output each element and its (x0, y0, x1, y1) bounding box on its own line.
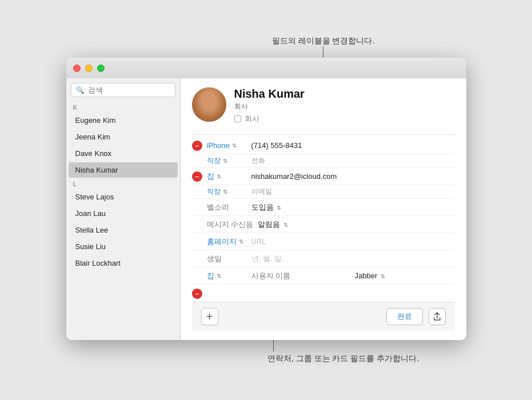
ringtone-label: 벨소리 (207, 202, 247, 213)
im-value[interactable]: Jabber ⇅ (355, 271, 455, 280)
remove-phone-button[interactable]: − (192, 141, 202, 151)
remove-email-button[interactable]: − (192, 171, 202, 182)
message-tone-value[interactable]: 알림음 ⇅ (258, 219, 454, 230)
avatar-face (192, 87, 226, 122)
contact-name: Nisha Kumar (234, 87, 305, 101)
email-stepper-icon: ⇅ (217, 173, 221, 179)
phone-field-row: − iPhone ⇅ (714) 555-8431 (192, 137, 455, 154)
phone-sub-label[interactable]: 직장 ⇅ (207, 156, 247, 166)
bottom-annotation-wrap: 연락처, 그룹 또는 카드 필드를 추가합니다. (113, 340, 419, 364)
contact-name-section: Nisha Kumar 회사 회사 (234, 87, 305, 124)
email-sub-placeholder: 이메일 (251, 187, 272, 197)
bottom-bar: + 완료 (192, 302, 455, 331)
contact-item[interactable]: Stella Lee (69, 222, 178, 238)
email-sub-stepper: ⇅ (223, 189, 227, 195)
share-icon (433, 312, 442, 321)
share-button[interactable] (429, 308, 446, 325)
bottom-annotation-text: 연락처, 그룹 또는 카드 필드를 추가합니다. (267, 354, 419, 364)
close-button[interactable] (73, 65, 81, 72)
company-field-text: 회사 (245, 114, 259, 124)
search-input[interactable] (88, 86, 170, 94)
im-stepper: ⇅ (217, 273, 221, 279)
im-field-row: 집 ⇅ 사용자 이름 Jabber ⇅ (192, 267, 455, 285)
top-annotation-text: 필드의 레이블을 변경합니다. (272, 36, 375, 46)
contact-item[interactable]: Joan Lau (69, 206, 178, 221)
phone-stepper-icon: ⇅ (232, 142, 237, 149)
contact-item[interactable]: Steve Lajos (69, 189, 178, 205)
email-value: nishakumar2@icloud.com (251, 172, 455, 181)
app-window: 🔍 K Eugene Kim Jeena Kim Dave Knox Nisha… (66, 58, 466, 340)
im-sublabel: 사용자 이름 (251, 271, 351, 281)
phone-sub-row: 직장 ⇅ 전화 (192, 154, 455, 168)
phone-value: (714) 555-8431 (251, 141, 455, 150)
birthday-label: 생일 (207, 254, 247, 264)
phone-label[interactable]: iPhone ⇅ (207, 141, 247, 150)
contact-item[interactable]: Susie Liu (69, 239, 178, 254)
divider (192, 134, 455, 135)
search-box[interactable]: 🔍 (71, 83, 175, 97)
ringtone-field-row: 벨소리 도입음 ⇅ (192, 199, 455, 216)
message-tone-label: 메시지 수신음 (207, 219, 254, 230)
ringtone-stepper: ⇅ (277, 205, 281, 211)
company-field-row: 회사 (234, 114, 305, 124)
message-tone-field-row: 메시지 수신음 알림음 ⇅ (192, 216, 455, 233)
email-sub-label[interactable]: 직장 ⇅ (207, 187, 247, 197)
minimize-button[interactable] (85, 65, 93, 72)
contact-item[interactable]: Eugene Kim (69, 113, 178, 128)
bottom-callout-line (273, 340, 274, 351)
message-tone-stepper: ⇅ (283, 222, 288, 228)
company-checkbox[interactable] (234, 115, 241, 122)
url-stepper: ⇅ (239, 238, 243, 245)
birthday-field-row: 생일 년. 월. 일. (192, 250, 455, 267)
url-field-row: 홈페이지 ⇅ URL (192, 233, 455, 250)
section-label-l: L (66, 178, 180, 189)
contact-item[interactable]: Blair Lockhart (69, 255, 178, 271)
titlebar (66, 58, 466, 78)
birthday-value-placeholder[interactable]: 년. 월. 일. (251, 254, 455, 264)
url-label[interactable]: 홈페이지 ⇅ (207, 237, 247, 247)
email-sub-row: 직장 ⇅ 이메일 (192, 185, 455, 199)
done-button[interactable]: 완료 (386, 308, 423, 325)
url-value-placeholder[interactable]: URL (251, 237, 455, 246)
top-annotation-wrap: 필드의 레이블을 변경합니다. (158, 36, 375, 58)
email-field-row: − 집 ⇅ nishakumar2@icloud.com (192, 168, 455, 185)
contact-header: Nisha Kumar 회사 회사 (192, 87, 455, 124)
detail-pane: Nisha Kumar 회사 회사 − iPhone ⇅ (714) 555-8… (181, 78, 466, 340)
phone-sub-stepper: ⇅ (223, 158, 227, 164)
search-icon: 🔍 (76, 86, 85, 94)
phone-sub-placeholder: 전화 (251, 156, 265, 166)
contact-item[interactable]: Jeena Kim (69, 129, 178, 145)
contact-item[interactable]: Dave Knox (69, 146, 178, 161)
im-label[interactable]: 집 ⇅ (207, 271, 247, 281)
ringtone-value[interactable]: 도입음 ⇅ (251, 202, 455, 213)
callout-line-top (323, 46, 323, 58)
sidebar: 🔍 K Eugene Kim Jeena Kim Dave Knox Nisha… (66, 78, 181, 340)
im-jabber-stepper: ⇅ (381, 273, 385, 279)
contact-item-selected[interactable]: Nisha Kumar (69, 162, 178, 178)
email-label[interactable]: 집 ⇅ (207, 171, 247, 182)
main-content: 🔍 K Eugene Kim Jeena Kim Dave Knox Nisha… (66, 78, 466, 340)
add-field-button[interactable]: + (201, 308, 218, 325)
remove-extra-button[interactable]: − (192, 289, 202, 299)
company-section-label: 회사 (234, 102, 305, 111)
section-label-k: K (66, 102, 180, 112)
maximize-button[interactable] (97, 65, 105, 72)
avatar (192, 87, 226, 122)
